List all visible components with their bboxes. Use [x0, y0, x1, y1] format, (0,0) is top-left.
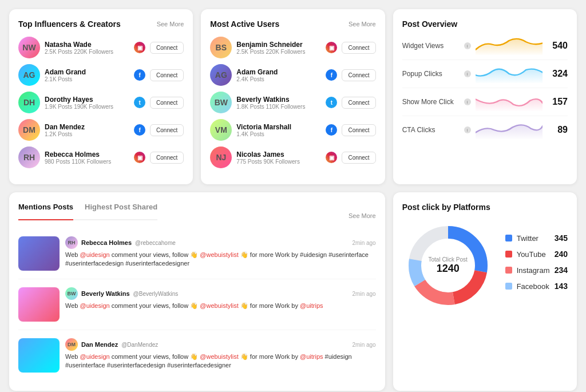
avatar: DM — [18, 119, 40, 141]
metric-value: 324 — [547, 69, 568, 79]
user-name: Dorothy Hayes — [45, 96, 129, 104]
connect-button[interactable]: Connect — [342, 42, 375, 54]
mentions-posts-card: Mentions Posts Highest Post Shared See M… — [9, 192, 385, 391]
connect-button[interactable]: Connect — [150, 152, 184, 164]
tab-highest-post[interactable]: Highest Post Shared — [85, 203, 157, 215]
user-info: Nicolas James 775 Posts 90K Followers — [236, 151, 321, 165]
user-item: AG Adam Grand 2.4K Posts f Connect — [210, 64, 375, 86]
tab-mentions-posts[interactable]: Mentions Posts — [18, 203, 73, 220]
post-author-row: RH Rebecca Holmes @rebeccahome 2min ago — [65, 236, 376, 249]
user-info: Natasha Wade 2.5K Posts 220K Followers — [45, 41, 129, 55]
post-handle: @BeverlyWatkins — [133, 291, 179, 297]
post-click-header: Post click by Platforms — [402, 203, 568, 212]
most-active-users-card: Most Active Users See More BS Benjamin S… — [201, 9, 385, 184]
connect-button[interactable]: Connect — [342, 97, 375, 109]
platforms-legend: Twitter 345 YouTube 240 Instagram 234 Fa… — [505, 233, 568, 298]
post-author-name: Rebecca Holmes — [81, 239, 132, 246]
metric-value: 89 — [547, 125, 568, 135]
post-image — [18, 236, 60, 271]
post-click-platforms-card: Post click by Platforms — [393, 192, 577, 391]
legend-name: Facebook — [517, 282, 550, 291]
mentions-see-more[interactable]: See More — [349, 212, 376, 219]
mentions-tabs: Mentions Posts Highest Post Shared — [18, 203, 157, 220]
user-item: AG Adam Grand 2.1K Posts f Connect — [18, 64, 184, 86]
most-active-users-header: Most Active Users See More — [210, 19, 375, 29]
post-image — [18, 287, 60, 322]
user-stats: 2.1K Posts — [45, 76, 129, 82]
avatar: NJ — [210, 146, 232, 168]
user-name: Dan Mendez — [45, 123, 129, 131]
user-stats: 2.5K Posts 220K Followers — [45, 49, 129, 55]
user-info: Dan Mendez 1.2K Posts — [45, 123, 129, 137]
connect-button[interactable]: Connect — [150, 69, 184, 81]
user-stats: 1.2K Posts — [45, 131, 129, 137]
user-name: Rebecca Holmes — [45, 151, 129, 159]
user-item: NW Natasha Wade 2.5K Posts 220K Follower… — [18, 37, 184, 58]
metric-label: Widget Views — [402, 42, 460, 50]
user-stats: 1.4K Posts — [236, 131, 321, 137]
legend-item: Instagram 234 — [505, 266, 568, 275]
donut-center-value: 1240 — [428, 263, 467, 275]
info-icon: i — [464, 42, 471, 49]
connect-button[interactable]: Connect — [150, 97, 184, 109]
post-image — [18, 338, 60, 373]
user-info: Adam Grand 2.4K Posts — [236, 68, 321, 82]
user-name: Natasha Wade — [45, 41, 129, 49]
mention: @webuistylist — [200, 353, 238, 360]
top-influencers-header: Top Influencers & Creators See More — [18, 19, 184, 29]
post-author-name: Dan Mendez — [81, 341, 118, 348]
connect-button[interactable]: Connect — [150, 124, 184, 136]
post-item: BW Beverly Watkins @BeverlyWatkins 2min … — [18, 287, 376, 330]
user-item: DH Dorothy Hayes 1.9K Posts 190K Followe… — [18, 92, 184, 113]
legend-dot — [505, 235, 512, 241]
instagram-icon: ▣ — [134, 152, 145, 163]
connect-button[interactable]: Connect — [342, 124, 375, 136]
facebook-icon: f — [326, 124, 337, 136]
metric-value: 540 — [547, 41, 568, 51]
post-content: BW Beverly Watkins @BeverlyWatkins 2min … — [65, 287, 376, 322]
legend-item: Twitter 345 — [505, 233, 568, 243]
user-item: BS Benjamin Schneider 2.5K Posts 220K Fo… — [210, 37, 375, 58]
top-influencers-list: NW Natasha Wade 2.5K Posts 220K Follower… — [18, 37, 184, 168]
avatar: NW — [18, 37, 40, 58]
user-name: Adam Grand — [236, 68, 321, 76]
most-active-users-list: BS Benjamin Schneider 2.5K Posts 220K Fo… — [210, 37, 375, 168]
mention: @uidesign — [80, 251, 109, 258]
dashboard: Top Influencers & Creators See More NW N… — [9, 9, 577, 391]
avatar: AG — [210, 64, 232, 86]
mention: @uitrips — [300, 353, 323, 360]
avatar: AG — [18, 64, 40, 86]
mention: @webuistylist — [200, 251, 238, 258]
info-icon: i — [464, 126, 471, 133]
post-author-avatar: BW — [65, 287, 78, 300]
metric-sparkline — [476, 121, 543, 139]
avatar: VM — [210, 119, 232, 141]
post-item: RH Rebecca Holmes @rebeccahome 2min ago … — [18, 236, 376, 279]
top-influencers-title: Top Influencers & Creators — [18, 19, 121, 29]
user-info: Benjamin Schneider 2.5K Posts 220K Follo… — [236, 41, 321, 55]
facebook-icon: f — [326, 69, 337, 81]
metric-row: Popup Clicks i 324 — [402, 60, 568, 88]
user-name: Adam Grand — [45, 68, 129, 76]
connect-button[interactable]: Connect — [342, 69, 375, 81]
post-handle: @DanMendez — [121, 342, 158, 348]
metric-row: CTA Clicks i 89 — [402, 116, 568, 144]
top-influencers-see-more[interactable]: See More — [157, 21, 184, 27]
legend-value: 240 — [555, 250, 568, 259]
mention: @uidesign — [80, 302, 109, 309]
post-overview-card: Post Overview Widget Views i 540 — [393, 9, 577, 184]
metric-sparkline — [476, 37, 543, 55]
post-overview-header: Post Overview — [402, 19, 568, 29]
legend-value: 234 — [555, 266, 568, 275]
user-item: RH Rebecca Holmes 980 Posts 110K Followe… — [18, 146, 184, 168]
connect-button[interactable]: Connect — [342, 152, 375, 164]
metric-label: Popup Clicks — [402, 70, 460, 78]
most-active-users-title: Most Active Users — [210, 19, 279, 29]
post-text: Web @uidesign comment your views, follow… — [65, 251, 376, 268]
metric-row: Show More Click i 157 — [402, 88, 568, 116]
donut-chart: Total Click Post 1240 — [402, 220, 494, 311]
connect-button[interactable]: Connect — [150, 42, 184, 54]
legend-dot — [505, 251, 512, 258]
top-influencers-card: Top Influencers & Creators See More NW N… — [9, 9, 193, 184]
most-active-users-see-more[interactable]: See More — [349, 21, 376, 27]
